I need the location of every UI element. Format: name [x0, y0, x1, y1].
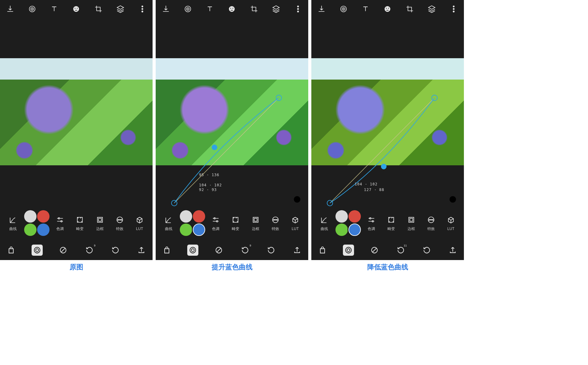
- store-icon[interactable]: [161, 245, 172, 256]
- layers-icon[interactable]: [426, 4, 437, 14]
- crop-icon[interactable]: [93, 4, 104, 14]
- disable-effects-icon[interactable]: [369, 245, 380, 256]
- tool-border-label: 边框: [408, 226, 415, 232]
- channel-luma-dot[interactable]: [180, 210, 192, 223]
- curve-channel-picker: [334, 210, 361, 237]
- tool-curves[interactable]: 曲线: [159, 215, 179, 232]
- text-icon[interactable]: [360, 4, 371, 14]
- channel-green-dot[interactable]: [24, 224, 37, 236]
- compare-toggle[interactable]: [343, 245, 354, 256]
- download-icon[interactable]: [316, 4, 327, 14]
- crop-icon[interactable]: [404, 4, 415, 14]
- share-button[interactable]: [136, 245, 147, 256]
- crop-icon[interactable]: [249, 4, 259, 14]
- svg-point-58: [346, 247, 352, 253]
- channel-red-dot[interactable]: [193, 210, 205, 223]
- svg-point-22: [233, 8, 234, 9]
- channel-green-dot[interactable]: [335, 224, 348, 236]
- svg-point-37: [192, 249, 194, 251]
- channel-green-dot[interactable]: [180, 224, 192, 236]
- tool-distort-label: 畸变: [76, 226, 84, 232]
- reset-curve-icon[interactable]: [293, 195, 302, 204]
- tool-tone-label: 色调: [56, 226, 64, 232]
- svg-rect-34: [254, 218, 257, 221]
- tool-lut-label: LUT: [136, 227, 143, 231]
- more-icon[interactable]: [293, 4, 303, 14]
- curve-readout: 127 · 88: [364, 188, 384, 192]
- layers-icon[interactable]: [115, 4, 126, 14]
- layers-icon[interactable]: [271, 4, 281, 14]
- tool-tone[interactable]: 色调: [50, 215, 70, 232]
- tool-tone[interactable]: 色调: [206, 215, 226, 232]
- image-stage[interactable]: 104 · 102127 · 88: [311, 18, 464, 206]
- svg-point-23: [297, 6, 299, 7]
- reset-curve-icon[interactable]: [448, 195, 458, 204]
- channel-blue-dot[interactable]: [348, 224, 361, 236]
- face-icon[interactable]: [382, 4, 393, 14]
- store-icon[interactable]: [6, 245, 17, 256]
- channel-luma-dot[interactable]: [24, 210, 37, 223]
- tool-border[interactable]: 边框: [246, 215, 266, 232]
- more-icon[interactable]: [448, 4, 459, 14]
- history-button[interactable]: 9: [84, 245, 95, 256]
- adjust-icon[interactable]: [27, 4, 37, 14]
- undo-button[interactable]: [110, 245, 121, 256]
- channel-blue-dot[interactable]: [37, 224, 50, 236]
- tool-lut[interactable]: LUT: [130, 215, 149, 231]
- image-stage[interactable]: 95 · 136104 · 10292 · 93: [156, 18, 308, 206]
- undo-button[interactable]: [266, 245, 277, 256]
- fx-icon: [271, 215, 280, 224]
- tool-lut[interactable]: LUT: [441, 215, 461, 231]
- tool-lut[interactable]: LUT: [285, 215, 305, 231]
- tool-tone[interactable]: 色调: [361, 215, 381, 232]
- disable-effects-icon[interactable]: [213, 245, 224, 256]
- share-button[interactable]: [447, 245, 458, 256]
- tool-border[interactable]: 边框: [401, 215, 421, 232]
- top-toolbar: [0, 0, 153, 18]
- channel-blue-dot[interactable]: [193, 224, 205, 236]
- editor-panel-0: 曲线 色调 畸变 边框 特效: [0, 0, 153, 260]
- tool-distort[interactable]: 畸变: [226, 215, 245, 232]
- distort-icon: [387, 215, 396, 224]
- svg-point-6: [142, 6, 143, 7]
- history-button[interactable]: 11: [395, 245, 406, 256]
- tool-fx[interactable]: 特效: [266, 215, 285, 232]
- tool-strip: 曲线 色调 畸变 边框 特效: [156, 206, 308, 240]
- edited-photo: [311, 58, 464, 165]
- text-icon[interactable]: [49, 4, 59, 14]
- adjust-icon[interactable]: [183, 4, 193, 14]
- channel-red-dot[interactable]: [348, 210, 361, 223]
- download-icon[interactable]: [5, 4, 15, 14]
- channel-luma-dot[interactable]: [335, 210, 348, 223]
- svg-rect-55: [409, 217, 413, 222]
- more-icon[interactable]: [137, 4, 148, 14]
- text-icon[interactable]: [205, 4, 215, 14]
- download-icon[interactable]: [161, 4, 171, 14]
- image-stage[interactable]: [0, 18, 153, 206]
- lut-icon: [291, 215, 300, 225]
- channel-red-dot[interactable]: [37, 210, 50, 223]
- adjust-icon[interactable]: [338, 4, 349, 14]
- history-button[interactable]: 9: [240, 245, 251, 256]
- disable-effects-icon[interactable]: [58, 245, 69, 256]
- compare-toggle[interactable]: [32, 245, 43, 256]
- curve-readout: 104 · 102: [199, 183, 222, 187]
- share-button[interactable]: [292, 245, 303, 256]
- util-bar: 9: [0, 240, 153, 260]
- tool-strip: 曲线 色调 畸变 边框 特效: [0, 206, 153, 240]
- tool-fx[interactable]: 特效: [421, 215, 441, 232]
- face-icon[interactable]: [227, 4, 237, 14]
- tool-fx[interactable]: 特效: [110, 215, 130, 232]
- tool-distort[interactable]: 畸变: [70, 215, 90, 232]
- tool-curves[interactable]: 曲线: [314, 215, 334, 232]
- tone-icon: [211, 215, 220, 224]
- svg-point-3: [73, 6, 79, 12]
- tool-curves[interactable]: 曲线: [3, 215, 23, 232]
- tool-distort[interactable]: 畸变: [381, 215, 401, 232]
- undo-button[interactable]: [421, 245, 432, 256]
- face-icon[interactable]: [71, 4, 81, 14]
- svg-point-4: [75, 8, 76, 9]
- store-icon[interactable]: [317, 245, 328, 256]
- compare-toggle[interactable]: [187, 245, 198, 256]
- tool-border[interactable]: 边框: [90, 215, 110, 232]
